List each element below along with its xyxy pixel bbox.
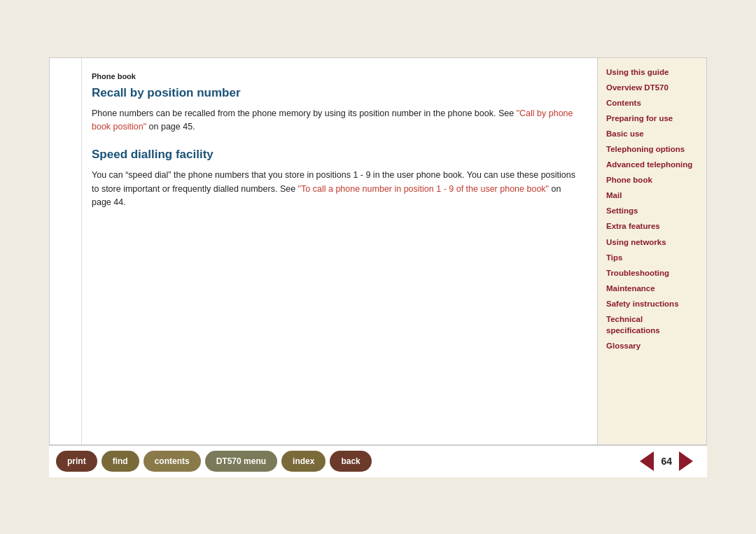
sidebar-item-12[interactable]: Tips <box>606 251 698 265</box>
sidebar-item-15[interactable]: Safety instructions <box>606 297 698 311</box>
section2-body: You can “speed dial” the phone numbers t… <box>92 169 576 209</box>
sidebar-item-3[interactable]: Preparing for use <box>606 111 698 125</box>
sidebar: Using this guideOverview DT570ContentsPr… <box>598 58 706 444</box>
breadcrumb: Phone book <box>92 72 576 80</box>
main-area: Phone book Recall by position number Pho… <box>49 57 707 445</box>
sidebar-item-9[interactable]: Settings <box>606 204 698 218</box>
page-navigation: 64 <box>640 451 693 471</box>
section2-title: Speed dialling facility <box>92 148 576 162</box>
print-button[interactable]: print <box>56 451 97 472</box>
section1-title: Recall by position number <box>92 86 576 100</box>
sidebar-item-0[interactable]: Using this guide <box>606 65 698 79</box>
sidebar-item-5[interactable]: Telephoning options <box>606 142 698 156</box>
sidebar-item-10[interactable]: Extra features <box>606 219 698 233</box>
sidebar-item-8[interactable]: Mail <box>606 188 698 202</box>
index-button[interactable]: index <box>281 451 326 472</box>
bottom-bar: print find contents DT570 menu index bac… <box>49 445 707 477</box>
sidebar-item-4[interactable]: Basic use <box>606 127 698 141</box>
prev-page-arrow[interactable] <box>640 451 654 471</box>
sidebar-item-14[interactable]: Maintenance <box>606 281 698 295</box>
section1-text1: Phone numbers can be recalled from the p… <box>92 108 517 118</box>
sidebar-item-2[interactable]: Contents <box>606 96 698 110</box>
sidebar-item-16[interactable]: Technical specifications <box>606 312 698 337</box>
contents-button[interactable]: contents <box>144 451 201 472</box>
section2-link[interactable]: "To call a phone number in position 1 - … <box>298 184 549 194</box>
dt570menu-button[interactable]: DT570 menu <box>205 451 277 472</box>
section1-text2: on page 45. <box>146 122 195 132</box>
section1-body: Phone numbers can be recalled from the p… <box>92 107 576 134</box>
content-panel: Phone book Recall by position number Pho… <box>50 58 598 444</box>
outer-container: Phone book Recall by position number Pho… <box>49 57 707 477</box>
sidebar-item-1[interactable]: Overview DT570 <box>606 80 698 94</box>
sidebar-item-11[interactable]: Using networks <box>606 235 698 249</box>
find-button[interactable]: find <box>102 451 139 472</box>
sidebar-item-7[interactable]: Phone book <box>606 173 698 187</box>
next-page-arrow[interactable] <box>679 451 693 471</box>
sidebar-item-13[interactable]: Troubleshooting <box>606 266 698 280</box>
sidebar-item-6[interactable]: Advanced telephoning <box>606 157 698 171</box>
sidebar-item-17[interactable]: Glossary <box>606 339 698 353</box>
page-number: 64 <box>661 456 672 467</box>
margin-line <box>81 58 82 444</box>
back-button[interactable]: back <box>330 451 371 472</box>
